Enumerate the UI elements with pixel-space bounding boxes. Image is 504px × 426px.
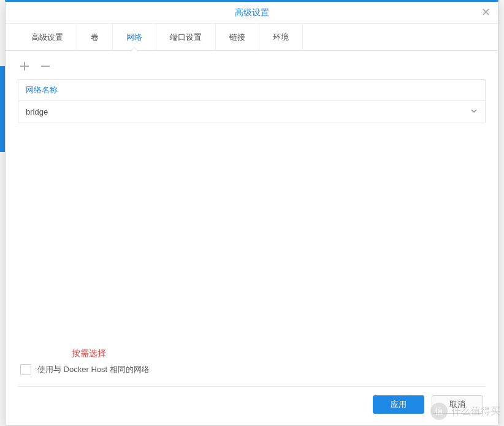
chevron-down-icon[interactable] [470, 107, 478, 116]
toolbar [6, 51, 498, 79]
modal-header: 高级设置 ✕ [6, 2, 498, 24]
remove-icon[interactable] [39, 59, 52, 73]
add-icon[interactable] [18, 59, 31, 73]
network-value: bridge [26, 107, 48, 116]
tab-port-settings[interactable]: 端口设置 [156, 24, 216, 51]
annotation-text: 按需选择 [6, 348, 498, 364]
cancel-button[interactable]: 取消 [432, 395, 483, 414]
table-row[interactable]: bridge [18, 101, 485, 123]
column-header-network-name[interactable]: 网络名称 [18, 80, 485, 101]
use-host-network-checkbox[interactable] [20, 364, 31, 375]
apply-button[interactable]: 应用 [373, 395, 424, 414]
close-icon[interactable]: ✕ [479, 7, 492, 19]
content-spacer [6, 123, 498, 348]
modal-footer: 应用 取消 [6, 387, 498, 425]
use-host-network-row: 使用与 Docker Host 相同的网络 [6, 364, 498, 386]
tab-advanced-settings[interactable]: 高级设置 [18, 24, 77, 51]
tab-network[interactable]: 网络 [113, 24, 156, 51]
advanced-settings-modal: 高级设置 ✕ 高级设置 卷 网络 端口设置 链接 环境 网络名称 bridge … [5, 0, 498, 425]
network-table: 网络名称 bridge [18, 79, 486, 123]
tab-volume[interactable]: 卷 [77, 24, 113, 51]
tab-links[interactable]: 链接 [216, 24, 259, 51]
tab-bar: 高级设置 卷 网络 端口设置 链接 环境 [6, 24, 498, 51]
use-host-network-label: 使用与 Docker Host 相同的网络 [37, 364, 150, 375]
modal-title: 高级设置 [235, 7, 269, 18]
tab-environment[interactable]: 环境 [259, 24, 303, 51]
